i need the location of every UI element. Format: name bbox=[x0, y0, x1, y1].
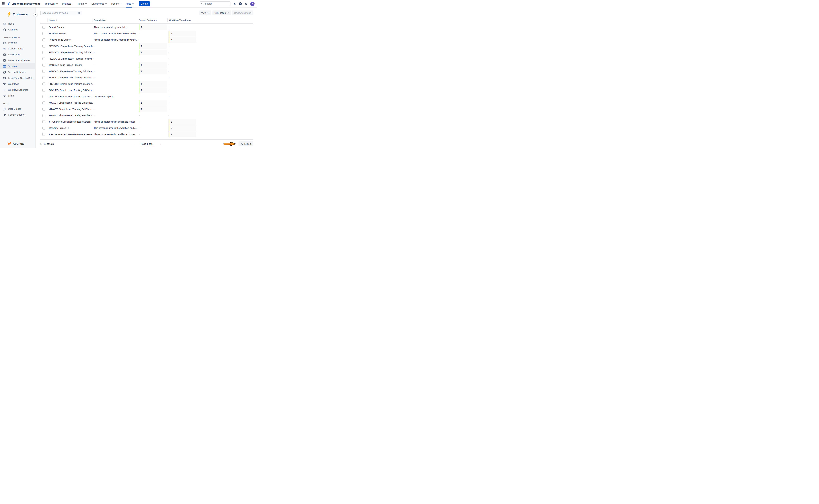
sidebar-item-projects[interactable]: Projects bbox=[0, 40, 35, 46]
sidebar-item-workflow-schemes[interactable]: Workflow Schemes bbox=[0, 87, 35, 93]
screen-name[interactable]: KUVAST: Simple Issue Tracking Create Iss… bbox=[47, 101, 93, 104]
workflow-transitions-value: - bbox=[167, 101, 197, 104]
screen-name[interactable]: POVURO: Simple Issue Tracking Create Is.… bbox=[47, 83, 93, 85]
screen-schemes-value: - bbox=[138, 114, 167, 117]
nav-menu-your-work[interactable]: Your work bbox=[45, 0, 58, 8]
sidebar-section-label: CONFIGURATION bbox=[0, 33, 35, 40]
screen-search[interactable] bbox=[40, 11, 82, 15]
view-button[interactable]: View bbox=[199, 10, 211, 15]
row-checkbox[interactable] bbox=[42, 133, 45, 136]
screen-name[interactable]: KUVAST: Simple Issue Tracking Resolve Is… bbox=[47, 114, 93, 117]
custom-fields-icon: Aa bbox=[3, 47, 6, 50]
nav-menu-apps[interactable]: Apps bbox=[126, 0, 134, 8]
jira-logo-icon bbox=[7, 2, 10, 5]
workflow-transitions-value: - bbox=[167, 51, 197, 54]
column-header-workflow-transitions[interactable]: Workflow Transitions bbox=[167, 18, 197, 22]
row-checkbox[interactable] bbox=[42, 89, 45, 92]
nav-menu-projects[interactable]: Projects bbox=[62, 0, 73, 8]
svg-text:?: ? bbox=[240, 3, 241, 5]
sidebar-item-custom-fields[interactable]: AaCustom Fields bbox=[0, 46, 35, 52]
screen-name[interactable]: Resolve Issue Screen bbox=[47, 38, 93, 41]
export-icon bbox=[241, 143, 243, 145]
row-checkbox[interactable] bbox=[42, 82, 45, 85]
table-row: KUVAST: Simple Issue Tracking Resolve Is… bbox=[40, 112, 253, 119]
sidebar-item-home[interactable]: Home bbox=[0, 21, 35, 27]
nav-menu-filters[interactable]: Filters bbox=[78, 0, 87, 8]
screen-search-input[interactable] bbox=[42, 11, 77, 14]
workflow-transitions-value: - bbox=[167, 108, 197, 111]
row-checkbox[interactable] bbox=[42, 108, 45, 110]
column-header-screen-schemes[interactable]: Screen Schemes bbox=[138, 18, 167, 22]
screen-name[interactable]: POVURO: Simple Issue Tracking Resolve I.… bbox=[47, 95, 93, 98]
contact-support-icon bbox=[3, 113, 6, 116]
row-checkbox[interactable] bbox=[42, 38, 45, 41]
row-checkbox[interactable] bbox=[42, 32, 45, 35]
sidebar-item-screens[interactable]: Screens bbox=[0, 63, 35, 69]
settings-gear-icon[interactable] bbox=[244, 2, 248, 5]
screen-description: - bbox=[93, 51, 138, 54]
folder-icon bbox=[3, 41, 6, 44]
create-button[interactable]: Create bbox=[139, 1, 150, 6]
global-search-input[interactable] bbox=[205, 2, 229, 5]
column-header-description[interactable]: Description bbox=[93, 18, 138, 22]
row-checkbox[interactable] bbox=[42, 101, 45, 104]
nav-menu-people[interactable]: People bbox=[111, 0, 121, 8]
column-header-name[interactable]: Name bbox=[47, 18, 93, 22]
sidebar-item-issue-type-screen-sch[interactable]: Issue Type Screen Sch... bbox=[0, 75, 35, 81]
sidebar-collapse-button[interactable] bbox=[33, 13, 37, 17]
review-changes-button[interactable]: Review changes bbox=[232, 10, 253, 15]
prev-page-button[interactable]: ← bbox=[132, 142, 135, 146]
row-checkbox[interactable] bbox=[42, 45, 45, 47]
screen-description: Custom description. bbox=[93, 95, 138, 98]
row-checkbox[interactable] bbox=[42, 95, 45, 98]
user-avatar[interactable]: JR bbox=[250, 2, 254, 6]
row-checkbox[interactable] bbox=[42, 51, 45, 54]
row-checkbox[interactable] bbox=[42, 64, 45, 66]
sidebar-item-contact-support[interactable]: Contact Support bbox=[0, 112, 35, 118]
screen-name[interactable]: WARJAD: Issue Screen - Create bbox=[47, 64, 93, 66]
screen-name[interactable]: POVURO: Simple Issue Tracking Edit/View.… bbox=[47, 89, 93, 92]
row-checkbox[interactable] bbox=[42, 114, 45, 117]
sidebar-item-filters[interactable]: Filters bbox=[0, 93, 35, 99]
app-switcher-icon[interactable] bbox=[2, 2, 5, 5]
row-checkbox[interactable] bbox=[42, 120, 45, 123]
clear-search-icon[interactable] bbox=[78, 12, 80, 14]
screen-name[interactable]: REBDATV: Simple Issue Tracking Create Is… bbox=[47, 45, 93, 47]
sidebar-item-screen-schemes[interactable]: Screen Schemes bbox=[0, 69, 35, 75]
screen-description: Allows to update all system fields. bbox=[93, 26, 138, 28]
export-button[interactable]: Export bbox=[238, 141, 253, 146]
screen-name[interactable]: Workflow Screen bbox=[47, 32, 93, 35]
nav-menu-dashboards[interactable]: Dashboards bbox=[91, 0, 107, 8]
screen-name[interactable]: REBDATV: Simple Issue Tracking Edit/Vie.… bbox=[47, 51, 93, 54]
screen-name[interactable]: WARJAD: Simple Issue Tracking Edit/View.… bbox=[47, 70, 93, 73]
help-icon[interactable]: ? bbox=[239, 2, 242, 5]
row-checkbox[interactable] bbox=[42, 76, 45, 79]
next-page-button[interactable]: → bbox=[158, 142, 161, 146]
announcements-icon[interactable] bbox=[233, 2, 236, 5]
screen-name[interactable]: WARJAD: Simple Issue Tracking Resolve I.… bbox=[47, 76, 93, 79]
workflow-transitions-value: 2 bbox=[167, 131, 197, 138]
sidebar-item-workflows[interactable]: Workflows bbox=[0, 81, 35, 87]
row-checkbox[interactable] bbox=[42, 57, 45, 60]
screen-name[interactable]: JIRA Service Desk Resolve Issue Screen bbox=[47, 120, 93, 123]
row-checkbox[interactable] bbox=[42, 127, 45, 129]
workflow-transitions-value: 7 bbox=[167, 37, 197, 43]
row-checkbox[interactable] bbox=[42, 70, 45, 73]
screen-name[interactable]: REBDATV: Simple Issue Tracking Resolve I… bbox=[47, 57, 93, 60]
row-checkbox[interactable] bbox=[42, 26, 45, 29]
screen-description: - bbox=[93, 57, 138, 60]
sidebar-item-issue-type-schemes[interactable]: Issue Type Schemes bbox=[0, 57, 35, 63]
screen-name[interactable]: KUVAST: Simple Issue Tracking Edit/View … bbox=[47, 108, 93, 110]
sidebar-item-label: Issue Types bbox=[8, 53, 21, 56]
sidebar-item-label: User Guides bbox=[8, 108, 21, 110]
sidebar-item-audit-log[interactable]: Audit Log bbox=[0, 27, 35, 33]
screen-name[interactable]: Default Screen bbox=[47, 26, 93, 28]
screen-name[interactable]: Workflow Screen - 2 bbox=[47, 127, 93, 129]
sidebar-item-issue-types[interactable]: Issue Types bbox=[0, 52, 35, 57]
bulk-action-button[interactable]: Bulk action bbox=[212, 10, 231, 15]
sidebar-app-name: Optimizer bbox=[13, 12, 29, 16]
screen-name[interactable]: JIRA Service Desk Resolve Issue Screen -… bbox=[47, 133, 93, 136]
sidebar-item-user-guides[interactable]: User Guides bbox=[0, 106, 35, 112]
sidebar-item-label: Contact Support bbox=[8, 113, 25, 116]
global-search[interactable] bbox=[200, 1, 230, 6]
